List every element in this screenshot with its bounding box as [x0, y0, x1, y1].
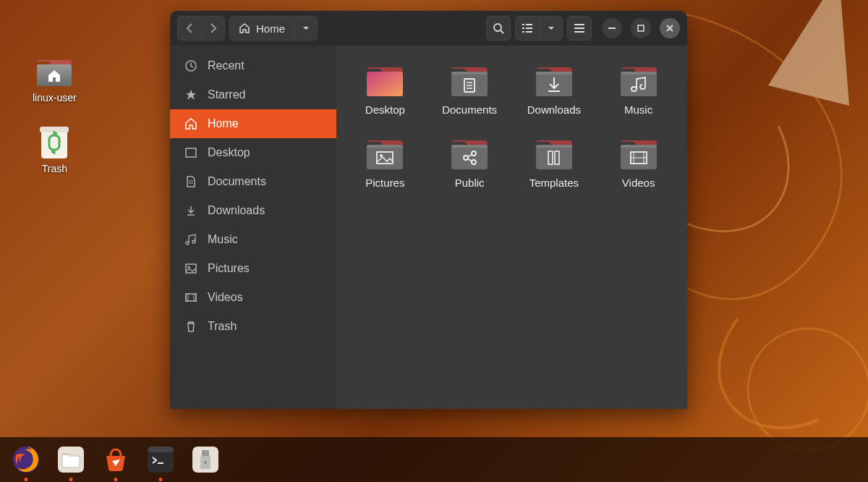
svg-rect-36: [536, 72, 572, 75]
sidebar-item-videos[interactable]: Videos: [170, 283, 336, 312]
dock-indicator: [159, 478, 163, 481]
svg-rect-51: [536, 145, 572, 148]
titlebar[interactable]: Home: [170, 11, 687, 46]
picture-folder-icon: [364, 136, 406, 172]
svg-rect-50: [536, 145, 572, 169]
sidebar-item-downloads[interactable]: Downloads: [170, 196, 336, 225]
sidebar-item-label: Desktop: [208, 146, 250, 159]
svg-rect-28: [367, 72, 403, 96]
close-button[interactable]: [660, 18, 680, 38]
folder-public[interactable]: Public: [431, 133, 509, 192]
path-dropdown-button[interactable]: [294, 17, 317, 40]
sidebar-item-recent[interactable]: Recent: [170, 51, 336, 80]
minimize-icon: [608, 28, 616, 29]
folder-downloads[interactable]: Downloads: [516, 60, 593, 119]
sidebar-item-label: Downloads: [208, 204, 265, 217]
svg-point-6: [494, 24, 501, 31]
search-button[interactable]: [487, 17, 510, 40]
sidebar-item-label: Pictures: [208, 262, 250, 275]
pathbar-home[interactable]: Home: [230, 17, 294, 40]
svg-rect-40: [367, 145, 403, 148]
menu-group: [567, 16, 592, 41]
sidebar-item-trash[interactable]: Trash: [170, 312, 336, 341]
view-dropdown-button[interactable]: [539, 17, 562, 40]
list-view-button[interactable]: [516, 17, 539, 40]
sidebar: RecentStarredHomeDesktopDocumentsDownloa…: [170, 46, 336, 409]
sidebar-item-music[interactable]: Music: [170, 225, 336, 254]
clock-icon: [184, 59, 197, 72]
download-icon: [184, 204, 197, 217]
svg-rect-39: [367, 145, 403, 169]
chevron-left-icon: [186, 23, 193, 33]
sidebar-item-pictures[interactable]: Pictures: [170, 254, 336, 283]
chevron-right-icon: [210, 23, 217, 33]
list-icon: [522, 24, 532, 33]
pathbar[interactable]: Home: [229, 16, 318, 41]
document-folder-icon: [448, 63, 490, 99]
music-folder-icon: [618, 63, 660, 99]
home-folder-icon: [34, 54, 75, 89]
folder-label: Documents: [442, 103, 497, 116]
desktop-icon-home[interactable]: linux-user: [33, 54, 77, 103]
svg-rect-10: [522, 28, 524, 29]
desktop-icon-label: linux-user: [33, 92, 77, 103]
files-icon: [56, 444, 86, 475]
back-button[interactable]: [178, 17, 201, 40]
svg-rect-43: [451, 145, 488, 169]
svg-rect-11: [526, 28, 532, 29]
sidebar-item-label: Trash: [208, 320, 237, 333]
svg-rect-26: [186, 294, 188, 301]
star-icon: [184, 88, 197, 101]
folder-desktop[interactable]: Desktop: [346, 60, 424, 119]
home-icon: [239, 22, 250, 34]
window-controls: [602, 18, 680, 38]
caret-down-icon: [548, 26, 555, 30]
svg-point-24: [188, 266, 190, 269]
minimize-button[interactable]: [602, 18, 622, 38]
folder-videos[interactable]: Videos: [600, 133, 677, 192]
sidebar-item-home[interactable]: Home: [170, 109, 336, 138]
svg-point-69: [204, 461, 207, 464]
sidebar-item-documents[interactable]: Documents: [170, 167, 336, 196]
dock: [0, 437, 868, 482]
sidebar-item-desktop[interactable]: Desktop: [170, 138, 336, 167]
hamburger-menu-button[interactable]: [568, 17, 591, 40]
trash-icon: [184, 320, 197, 333]
terminal-icon: [145, 444, 176, 475]
desktop-icon-trash[interactable]: Trash: [33, 125, 77, 174]
svg-line-7: [501, 30, 503, 33]
music-icon: [184, 233, 197, 246]
firefox-icon: [11, 444, 41, 475]
gradient-folder-icon: [364, 63, 406, 99]
folder-grid: DesktopDocumentsDownloadsMusicPicturesPu…: [346, 60, 677, 192]
video-icon: [184, 291, 197, 304]
folder-pictures[interactable]: Pictures: [346, 133, 424, 192]
sidebar-item-starred[interactable]: Starred: [170, 80, 336, 109]
dock-firefox[interactable]: [9, 442, 43, 477]
svg-rect-30: [451, 72, 488, 75]
svg-rect-25: [186, 294, 196, 301]
dock-files[interactable]: [54, 442, 88, 477]
maximize-icon: [637, 25, 644, 32]
sidebar-item-label: Documents: [208, 175, 266, 188]
maximize-button[interactable]: [631, 18, 651, 38]
svg-rect-17: [608, 28, 616, 29]
svg-rect-8: [522, 24, 524, 25]
forward-button[interactable]: [201, 17, 224, 40]
hamburger-icon: [574, 24, 584, 33]
folder-label: Templates: [529, 177, 579, 189]
svg-rect-27: [194, 294, 196, 301]
folder-music[interactable]: Music: [600, 60, 677, 119]
dock-terminal[interactable]: [143, 442, 178, 477]
sidebar-item-label: Recent: [208, 59, 244, 72]
sidebar-item-label: Home: [208, 117, 239, 130]
dock-usb[interactable]: [188, 442, 223, 477]
folder-templates[interactable]: Templates: [516, 133, 593, 192]
dock-software[interactable]: [98, 442, 133, 477]
folder-label: Public: [455, 177, 485, 189]
folder-documents[interactable]: Documents: [431, 60, 509, 119]
folder-label: Pictures: [365, 177, 404, 189]
file-manager-body: RecentStarredHomeDesktopDocumentsDownloa…: [170, 46, 687, 409]
video-folder-icon: [618, 136, 660, 172]
svg-rect-38: [621, 72, 657, 75]
